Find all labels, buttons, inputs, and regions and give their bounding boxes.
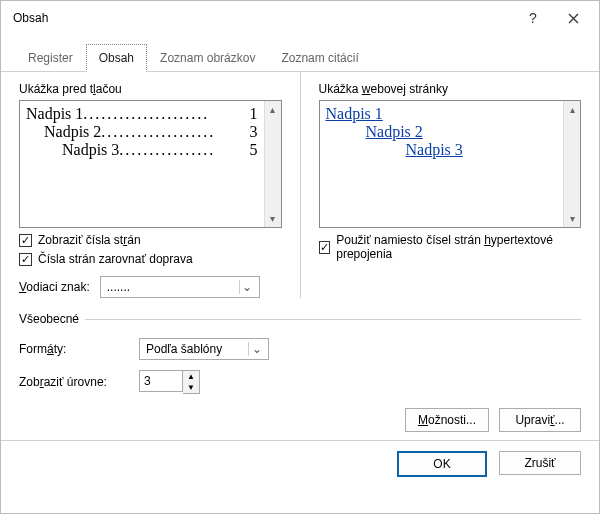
print-preview-box: Nadpis 1.....................1 Nadpis 2.… [19,100,282,228]
cancel-button[interactable]: Zrušiť [499,451,581,475]
checkbox-use-hyperlinks[interactable]: ✓ Použiť namiesto čísel strán hypertexto… [319,233,582,261]
titlebar: Obsah ? [1,1,599,35]
preview-scrollbar[interactable]: ▴ ▾ [563,101,580,227]
web-link[interactable]: Nadpis 3 [370,141,558,159]
scroll-up-icon[interactable]: ▴ [564,101,580,118]
print-preview-content: Nadpis 1.....................1 Nadpis 2.… [20,101,264,227]
tab-obsah[interactable]: Obsah [86,44,147,72]
web-preview-box: Nadpis 1 Nadpis 2 Nadpis 3 ▴ ▾ [319,100,582,228]
tab-zoznam-obrazkov[interactable]: Zoznam obrázkov [147,44,268,72]
spinner-down-icon[interactable]: ▼ [183,382,199,393]
checkbox-right-align-numbers[interactable]: ✓ Čísla strán zarovnať doprava [19,252,282,266]
check-icon: ✓ [320,242,329,253]
general-legend: Všeobecné [19,312,85,326]
web-preview-content: Nadpis 1 Nadpis 2 Nadpis 3 [320,101,564,227]
scroll-down-icon[interactable]: ▾ [265,210,281,227]
web-link[interactable]: Nadpis 1 [326,105,558,123]
checkbox-show-page-numbers[interactable]: ✓ Zobraziť čísla strán [19,233,282,247]
scroll-down-icon[interactable]: ▾ [564,210,580,227]
web-preview-label: Ukážka webovej stránky [319,82,582,96]
dialog-footer: OK Zrušiť [1,440,599,489]
check-icon: ✓ [21,235,30,246]
help-button[interactable]: ? [513,4,553,32]
leader-select[interactable]: ....... ⌄ [100,276,260,298]
formats-label: Formáty: [19,342,129,356]
levels-label: Zobraziť úrovne: [19,375,129,389]
leader-label: Vodiaci znak: [19,280,90,294]
levels-spinner[interactable]: ▲ ▼ [139,370,200,394]
ok-button[interactable]: OK [397,451,487,477]
tab-register[interactable]: Register [15,44,86,72]
toc-row: Nadpis 2...................3 [26,123,258,141]
levels-input[interactable] [139,370,183,392]
check-icon: ✓ [21,254,30,265]
modify-button[interactable]: Upraviť... [499,408,581,432]
toc-row: Nadpis 1.....................1 [26,105,258,123]
formats-select[interactable]: Podľa šablóny ⌄ [139,338,269,360]
general-group: Všeobecné Formáty: Podľa šablóny ⌄ Zobra… [19,312,581,394]
tab-zoznam-citacii[interactable]: Zoznam citácií [268,44,371,72]
window-title: Obsah [13,11,48,25]
web-preview-column: Ukážka webovej stránky Nadpis 1 Nadpis 2… [319,82,582,298]
scroll-up-icon[interactable]: ▴ [265,101,281,118]
spinner-up-icon[interactable]: ▲ [183,371,199,382]
web-link[interactable]: Nadpis 2 [348,123,558,141]
options-button[interactable]: Možnosti... [405,408,489,432]
toc-row: Nadpis 3................5 [26,141,258,159]
close-button[interactable] [553,4,593,32]
chevron-down-icon: ⌄ [248,342,264,356]
chevron-down-icon: ⌄ [239,280,255,294]
print-preview-column: Ukážka pred tlačou Nadpis 1.............… [19,82,282,298]
print-preview-label: Ukážka pred tlačou [19,82,282,96]
preview-scrollbar[interactable]: ▴ ▾ [264,101,281,227]
tab-strip: Register Obsah Zoznam obrázkov Zoznam ci… [1,43,599,72]
close-icon [568,13,579,24]
